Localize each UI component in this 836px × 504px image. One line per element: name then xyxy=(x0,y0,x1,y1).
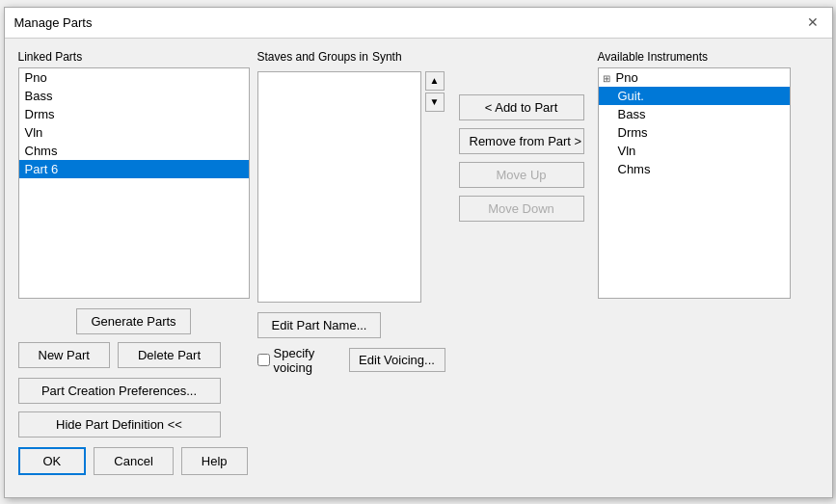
scroll-up-button[interactable]: ▲ xyxy=(425,71,445,91)
title-bar: Manage Parts ✕ xyxy=(5,8,832,39)
delete-part-button[interactable]: Delete Part xyxy=(118,342,221,368)
available-instruments-panel: Available Instruments ⊞Pno Guit. Bass Dr… xyxy=(598,50,791,299)
dialog-content: Linked Parts Pno Bass Drms Vln Chms Part… xyxy=(5,39,832,489)
add-to-part-button[interactable]: < Add to Part xyxy=(459,94,584,120)
staves-list[interactable] xyxy=(257,71,421,303)
linked-parts-label: Linked Parts xyxy=(18,50,250,64)
list-item-selected[interactable]: Guit. xyxy=(599,87,790,105)
list-item[interactable]: Pno xyxy=(19,68,249,87)
generate-parts-button[interactable]: Generate Parts xyxy=(76,308,190,334)
list-item[interactable]: Bass xyxy=(19,87,249,105)
scroll-down-button[interactable]: ▼ xyxy=(425,93,445,112)
edit-part-name-button[interactable]: Edit Part Name... xyxy=(257,312,382,338)
list-item[interactable]: ⊞Pno xyxy=(599,68,790,87)
linked-parts-list[interactable]: Pno Bass Drms Vln Chms Part 6 xyxy=(18,67,250,299)
specify-voicing-checkbox[interactable] xyxy=(257,354,270,366)
hide-part-definition-button[interactable]: Hide Part Definition << xyxy=(18,411,221,438)
close-button[interactable]: ✕ xyxy=(803,13,823,31)
specify-voicing-wrapper: Specify voicing xyxy=(257,346,341,375)
move-up-button[interactable]: Move Up xyxy=(459,162,584,188)
list-item[interactable]: Vln xyxy=(19,123,249,142)
list-item[interactable]: Vln xyxy=(599,142,790,160)
specify-voicing-label: Specify voicing xyxy=(274,346,341,375)
list-item[interactable]: Chms xyxy=(599,160,790,178)
cancel-button[interactable]: Cancel xyxy=(94,447,173,475)
help-button[interactable]: Help xyxy=(181,447,248,475)
ok-button[interactable]: OK xyxy=(18,447,87,475)
part-creation-prefs-button[interactable]: Part Creation Preferences... xyxy=(18,378,221,404)
list-item[interactable]: Bass xyxy=(599,105,790,123)
tree-expander-icon: ⊞ xyxy=(603,73,616,84)
move-down-button[interactable]: Move Down xyxy=(459,196,584,222)
staves-panel: Staves and Groups in Synth ▲ ▼ Edit Part… xyxy=(257,50,445,375)
list-item-selected[interactable]: Part 6 xyxy=(19,160,249,178)
new-part-button[interactable]: New Part xyxy=(18,342,110,368)
main-row: Linked Parts Pno Bass Drms Vln Chms Part… xyxy=(18,50,819,475)
edit-voicing-button[interactable]: Edit Voicing... xyxy=(349,348,445,372)
staves-label: Staves and Groups in xyxy=(257,50,368,64)
linked-parts-panel: Linked Parts Pno Bass Drms Vln Chms Part… xyxy=(18,50,250,475)
dialog-title: Manage Parts xyxy=(14,15,93,30)
available-instruments-label: Available Instruments xyxy=(598,50,791,64)
list-item[interactable]: Drms xyxy=(599,123,790,142)
staves-sublabel: Synth xyxy=(372,50,402,64)
scroll-arrows: ▲ ▼ xyxy=(425,71,445,112)
list-item[interactable]: Chms xyxy=(19,142,249,160)
remove-from-part-button[interactable]: Remove from Part > xyxy=(459,128,584,154)
middle-buttons: < Add to Part Remove from Part > Move Up… xyxy=(459,94,584,222)
manage-parts-dialog: Manage Parts ✕ Linked Parts Pno Bass Drm… xyxy=(4,7,833,498)
available-instruments-list[interactable]: ⊞Pno Guit. Bass Drms Vln Chms xyxy=(598,67,791,299)
list-item[interactable]: Drms xyxy=(19,105,249,123)
